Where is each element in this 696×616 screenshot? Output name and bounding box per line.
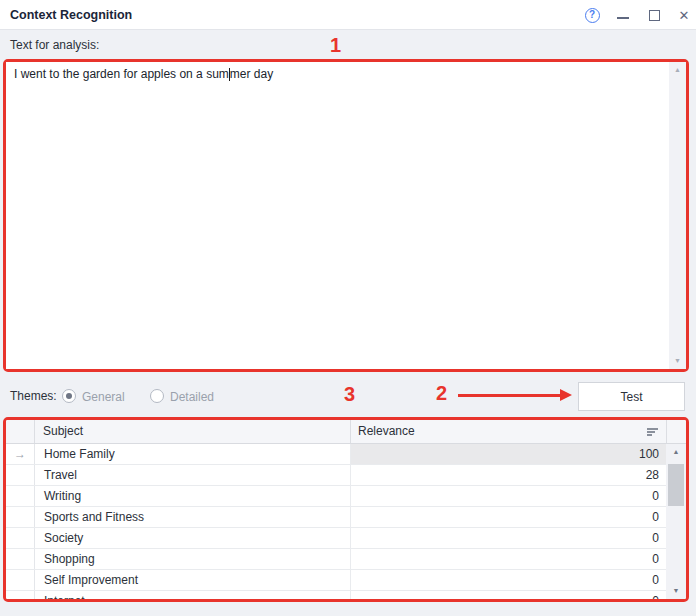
subject-cell[interactable]: Internet xyxy=(35,591,350,599)
themes-label: Themes: xyxy=(10,389,57,403)
help-icon: ? xyxy=(585,8,600,23)
relevance-cell[interactable]: 28 xyxy=(350,465,666,485)
test-button[interactable]: Test xyxy=(578,382,685,411)
row-indicator xyxy=(6,549,35,569)
help-button[interactable]: ? xyxy=(583,6,601,24)
close-button[interactable]: ✕ xyxy=(675,6,693,24)
minimize-button[interactable] xyxy=(614,6,632,24)
row-indicator xyxy=(6,465,35,485)
grid-scrollbar[interactable]: ▲ ▼ xyxy=(666,444,686,599)
results-grid: Subject Relevance → Home Family 100 Trav… xyxy=(6,420,686,599)
scroll-up-icon[interactable]: ▲ xyxy=(666,444,686,460)
annotation-number-1: 1 xyxy=(330,35,341,55)
relevance-cell[interactable]: 0 xyxy=(350,507,666,527)
relevance-cell[interactable]: 0 xyxy=(350,591,666,599)
context-recognition-dialog: Context Recognition ? ✕ Text for analysi… xyxy=(0,0,696,616)
grid-rows: → Home Family 100 Travel 28 Writing 0 Sp… xyxy=(6,444,666,599)
close-icon: ✕ xyxy=(679,8,690,23)
test-button-label: Test xyxy=(620,390,642,404)
row-indicator xyxy=(6,486,35,506)
column-header-subject[interactable]: Subject xyxy=(43,420,83,443)
relevance-cell[interactable]: 0 xyxy=(350,570,666,590)
subject-cell[interactable]: Self Improvement xyxy=(35,570,350,590)
scroll-down-icon[interactable]: ▼ xyxy=(669,353,686,369)
column-separator[interactable] xyxy=(350,420,351,443)
table-row[interactable]: Internet 0 xyxy=(6,591,666,599)
table-row[interactable]: Sports and Fitness 0 xyxy=(6,507,666,528)
table-row[interactable]: Shopping 0 xyxy=(6,549,666,570)
table-row[interactable]: → Home Family 100 xyxy=(6,444,666,465)
scroll-up-icon[interactable]: ▲ xyxy=(669,62,686,78)
scrollbar-thumb[interactable] xyxy=(668,464,684,506)
subject-cell[interactable]: Home Family xyxy=(35,444,350,464)
relevance-cell[interactable]: 0 xyxy=(350,549,666,569)
radio-detailed[interactable] xyxy=(150,389,164,403)
table-row[interactable]: Writing 0 xyxy=(6,486,666,507)
annotation-number-3: 3 xyxy=(344,384,355,404)
scroll-down-icon[interactable]: ▼ xyxy=(666,583,686,599)
relevance-cell[interactable]: 100 xyxy=(350,444,666,464)
grid-header-row: Subject Relevance xyxy=(6,420,686,444)
maximize-button[interactable] xyxy=(645,6,663,24)
table-row[interactable]: Self Improvement 0 xyxy=(6,570,666,591)
window-title: Context Recognition xyxy=(10,0,132,30)
text-analysis-area-frame: I went to the garden for apples on a sum… xyxy=(3,59,689,372)
radio-detailed-label[interactable]: Detailed xyxy=(170,390,214,404)
maximize-icon xyxy=(649,10,660,21)
annotation-number-2: 2 xyxy=(436,383,447,403)
title-bar: Context Recognition ? ✕ xyxy=(0,0,696,30)
grid-indicator-header-cell xyxy=(6,420,35,443)
filter-icon[interactable] xyxy=(647,428,658,437)
analysis-text-after-caret: mer day xyxy=(230,67,273,81)
table-row[interactable]: Travel 28 xyxy=(6,465,666,486)
row-indicator-icon: → xyxy=(6,444,35,464)
radio-general[interactable] xyxy=(62,389,76,403)
relevance-cell[interactable]: 0 xyxy=(350,528,666,548)
analysis-text-input[interactable]: I went to the garden for apples on a sum… xyxy=(6,62,669,369)
subject-cell[interactable]: Writing xyxy=(35,486,350,506)
textarea-scrollbar[interactable]: ▲ ▼ xyxy=(669,62,686,369)
column-separator-right xyxy=(666,420,667,443)
row-indicator xyxy=(6,507,35,527)
radio-general-label[interactable]: General xyxy=(82,390,125,404)
text-for-analysis-label: Text for analysis: xyxy=(10,38,99,52)
row-indicator xyxy=(6,570,35,590)
analysis-text-before-caret: I went to the garden for apples on a sum xyxy=(14,67,229,81)
subject-cell[interactable]: Shopping xyxy=(35,549,350,569)
annotation-arrow-head xyxy=(560,389,572,401)
subject-cell[interactable]: Sports and Fitness xyxy=(35,507,350,527)
minimize-icon xyxy=(617,17,629,19)
subject-cell[interactable]: Society xyxy=(35,528,350,548)
results-grid-frame: Subject Relevance → Home Family 100 Trav… xyxy=(3,417,689,602)
annotation-arrow xyxy=(458,394,560,397)
table-row[interactable]: Society 0 xyxy=(6,528,666,549)
column-header-relevance[interactable]: Relevance xyxy=(358,420,415,443)
subject-cell[interactable]: Travel xyxy=(35,465,350,485)
row-indicator xyxy=(6,591,35,599)
radio-selected-dot xyxy=(66,393,72,399)
relevance-cell[interactable]: 0 xyxy=(350,486,666,506)
row-indicator xyxy=(6,528,35,548)
